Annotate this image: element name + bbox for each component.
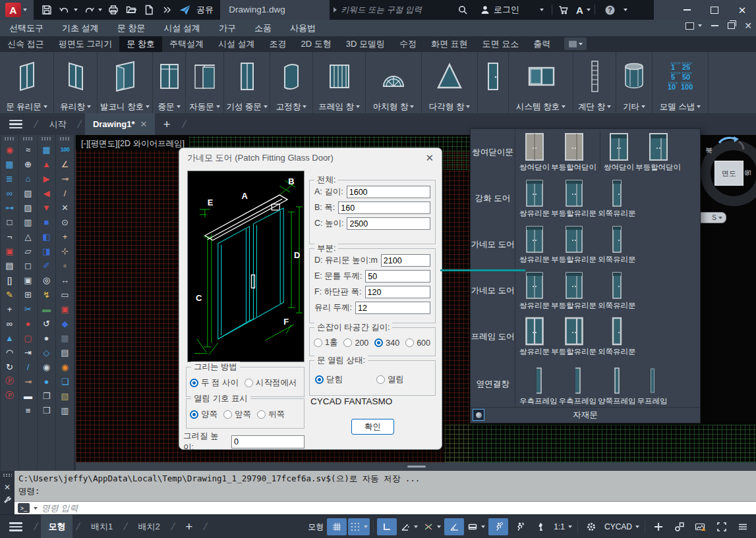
settings-gear-button[interactable] [581, 518, 601, 535]
tool-button-c3-r9[interactable]: ✐ [39, 258, 55, 273]
qat-more-icon[interactable] [160, 3, 173, 16]
splitter-handle[interactable] [407, 466, 426, 468]
close-button[interactable]: ✕ [728, 0, 756, 20]
tool-button-c1-r14[interactable]: ▲ [2, 331, 18, 345]
ribbon-item-다각형 창[interactable]: 다각형 창 [422, 52, 478, 113]
tool-button-c2-r16[interactable]: / [20, 360, 36, 374]
help-button[interactable]: ? [599, 0, 622, 20]
redo-caret-icon[interactable] [98, 9, 102, 11]
ribbon-item-아치형 창[interactable]: 아치형 창 [366, 52, 422, 113]
command-history-caret-icon[interactable] [34, 507, 38, 510]
radio-option-340[interactable]: 340 [374, 338, 399, 348]
tool-button-c1-r10[interactable]: [] [2, 273, 18, 287]
tool-button-c2-r3[interactable]: ⌂ [20, 171, 36, 186]
tool-button-c2-r19[interactable]: ≡ [20, 403, 36, 417]
ribbon-item-기타[interactable]: 기타 [616, 52, 653, 113]
tab-drawing1[interactable]: Drawing1* ✕ [85, 113, 155, 135]
block-item-쌍여닫이[interactable]: 쌍여닫이 [519, 132, 550, 173]
tool-button-c1-r15[interactable]: ◠ [2, 345, 18, 360]
dropdown-caret-icon[interactable] [364, 525, 368, 528]
polar-tracking-button[interactable] [398, 518, 420, 535]
dropdown-caret-icon[interactable] [568, 525, 572, 528]
ribbon-item-시스템 창호[interactable]: 시스템 창호 [509, 52, 573, 113]
radio-icon[interactable] [190, 379, 198, 387]
command-close-icon[interactable]: ✕ [4, 483, 11, 492]
dropdown-caret-icon[interactable] [437, 525, 441, 528]
block-item-부등할유리문[interactable]: 부등할유리문 [551, 224, 596, 265]
viewcube[interactable]: 면도 [714, 161, 743, 186]
tool-button-c1-r16[interactable]: ↻ [2, 360, 18, 374]
ribbon-item-모델 스냅[interactable]: 12555010100모델 스냅 [653, 52, 709, 113]
orbit-arrow-icon[interactable] [716, 135, 747, 152]
maximize-button[interactable] [701, 0, 728, 20]
tool-button-c2-r5[interactable]: ▨ [20, 200, 36, 215]
help-caret-icon[interactable] [624, 9, 627, 11]
dialog-titlebar[interactable]: 가네모 도어 (Patch Fitting Glass Door) [179, 148, 442, 168]
plot-button[interactable] [107, 3, 120, 16]
tool-button-c4-r11[interactable]: ▭ [57, 287, 73, 302]
layout-menu-icon[interactable] [9, 520, 22, 533]
tool-button-c4-r4[interactable]: / [57, 186, 73, 200]
ribbon-item-고정창[interactable]: 고정창 [270, 52, 313, 113]
radio-icon[interactable] [257, 410, 266, 419]
search-expand-icon[interactable] [334, 7, 337, 13]
tool-button-c4-r9[interactable]: ▫ [57, 258, 73, 273]
menu-item-3[interactable]: 문 창문 [108, 22, 155, 34]
block-item-쌍유리문[interactable]: 쌍유리문 [519, 178, 550, 219]
tool-button-c1-r18[interactable]: Ⓟ [2, 389, 18, 403]
tool-button-c3-r19[interactable]: ❒ [39, 403, 55, 417]
ribbon-tab-3D-모델링[interactable]: 3D 모델링 [339, 36, 392, 52]
new-tab-button[interactable]: + [155, 113, 178, 135]
tool-button-c1-r5[interactable]: ⊶ [2, 200, 18, 215]
radio-icon[interactable] [374, 338, 383, 347]
block-item-부등할여닫이[interactable]: 부등할여닫이 [551, 132, 596, 173]
tool-button-c1-r12[interactable]: + [2, 302, 18, 316]
tool-button-c2-r11[interactable]: ⊞ [20, 287, 36, 302]
tool-button-c1-r6[interactable]: □ [2, 215, 18, 229]
tool-button-c2-r1[interactable]: ≈ [20, 142, 36, 157]
tool-button-c2-r9[interactable]: ◻ [20, 258, 36, 273]
ribbon-tab-출력[interactable]: 출력 [526, 36, 558, 52]
block-item-양쪽프레임[interactable]: 양쪽프레임 [598, 365, 636, 406]
ribbon-item-door[interactable] [478, 52, 509, 113]
tool-button-c2-r12[interactable]: ✂ [20, 302, 36, 316]
block-item-부등할유리문[interactable]: 부등할유리문 [551, 178, 596, 219]
dialog-field-input[interactable] [338, 202, 430, 214]
tool-button-c4-r18[interactable]: ▧ [57, 389, 73, 403]
block-item-외쪽유리문[interactable]: 외쪽유리문 [598, 224, 636, 265]
tool-button-c1-r2[interactable]: ▦ [2, 157, 18, 171]
ribbon-item-문 유리문[interactable]: 문 유리문 [0, 52, 54, 113]
units-button[interactable] [670, 518, 689, 535]
block-item-우측프레임[interactable]: 우측프레임 [559, 365, 597, 406]
app-menu-caret-icon[interactable] [23, 9, 27, 11]
doc-close-button[interactable]: ✕ [744, 21, 752, 30]
dropdown-caret-icon[interactable] [481, 525, 485, 528]
clean-screen-button[interactable] [712, 518, 732, 535]
autodesk-app-caret-icon[interactable] [587, 9, 591, 11]
block-item-외쪽유리문[interactable]: 외쪽유리문 [598, 178, 636, 219]
tool-button-c4-r17[interactable]: ❏ [57, 374, 73, 389]
ribbon-tab-주택설계[interactable]: 주택설계 [162, 36, 211, 52]
crosshair-button[interactable] [649, 518, 668, 535]
block-item-쌍유리문[interactable]: 쌍유리문 [519, 316, 550, 357]
tool-button-c2-r6[interactable]: ▥ [20, 215, 36, 229]
radio-icon[interactable] [376, 375, 385, 384]
layout-tab-배치2[interactable]: 배치2 [131, 515, 167, 538]
block-item-부등할유리문[interactable]: 부등할유리문 [551, 316, 596, 357]
tool-button-c4-r14[interactable]: ▦ [57, 331, 73, 345]
radio-icon[interactable] [405, 338, 414, 347]
tool-button-c3-r13[interactable]: ↺ [39, 316, 55, 331]
tool-button-c2-r15[interactable]: ⇥ [20, 345, 36, 360]
toolbar-grip-handle[interactable] [59, 137, 71, 140]
radio-option-열림[interactable]: 열림 [376, 374, 404, 385]
tool-button-c1-r13[interactable]: ∞ [2, 316, 18, 331]
ribbon-item-기성 중문[interactable]: 기성 중문 [224, 52, 270, 113]
dialog-field-input[interactable] [347, 186, 430, 198]
tool-button-c4-r13[interactable]: ◆ [57, 316, 73, 331]
dialog-field-input[interactable] [365, 270, 430, 282]
model-space-button[interactable]: 모형 [306, 518, 326, 535]
tool-button-c3-r10[interactable]: ◎ [39, 273, 55, 287]
snap-reference-button[interactable] [509, 518, 529, 535]
tool-button-c4-r6[interactable]: ⊙ [57, 215, 73, 229]
menu-item-7[interactable]: 사용법 [281, 22, 325, 34]
